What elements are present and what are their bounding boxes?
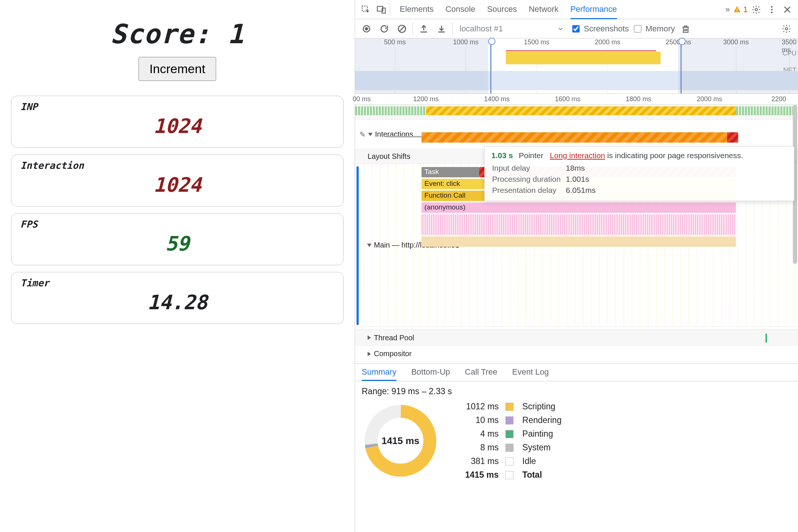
separator [390, 3, 390, 16]
capture-settings-icon[interactable] [780, 22, 794, 36]
legend-name: Painting [522, 429, 562, 439]
memory-checkbox[interactable]: Memory [632, 24, 675, 34]
tab-performance[interactable]: Performance [570, 0, 617, 19]
collect-garbage-button[interactable] [679, 22, 693, 36]
clear-button[interactable] [395, 22, 409, 36]
interaction-bar[interactable] [422, 132, 732, 143]
devtools-panel: Elements Console Sources Network Perform… [355, 0, 798, 532]
metric-label-interaction: Interaction [20, 160, 334, 171]
svg-point-7 [771, 8, 773, 10]
tooltip-duration: 1.03 s [491, 151, 513, 160]
legend-swatch-rendering [505, 416, 514, 424]
svg-point-8 [771, 11, 773, 13]
device-toolbar-icon[interactable] [374, 3, 388, 17]
timeline-ruler[interactable]: 00 ms 1200 ms 1400 ms 1600 ms 1800 ms 20… [355, 94, 798, 105]
flame-children[interactable] [422, 214, 736, 235]
download-profile-button[interactable] [434, 22, 449, 36]
summary-donut-chart: 1415 ms [362, 402, 439, 480]
devtools-tabstrip: Elements Console Sources Network Perform… [355, 0, 798, 19]
tooltip-breakdown: Input delay18ms Processing duration1.001… [491, 162, 601, 196]
overview-shade-right [678, 38, 798, 93]
recording-name: localhost #1 [460, 24, 503, 34]
score-display: Score: 1 [11, 18, 344, 50]
record-button[interactable] [359, 22, 374, 36]
flamechart-area[interactable]: Frames ✎ Interactions Pointer [355, 105, 798, 364]
demo-page: Score: 1 Increment INP 1024 Interaction … [0, 0, 355, 532]
summary-legend: 1012 ms Scripting 10 ms Rendering 4 ms P… [465, 402, 562, 480]
upload-profile-button[interactable] [417, 22, 431, 36]
separator [413, 23, 413, 35]
increment-button[interactable]: Increment [139, 57, 216, 81]
legend-time: 381 ms [471, 456, 498, 466]
screenshots-checkbox-input[interactable] [572, 25, 580, 33]
legend-time: 8 ms [480, 443, 499, 453]
interaction-tooltip: 1.03 s Pointer Long interaction is indic… [484, 146, 794, 201]
summary-range: Range: 919 ms – 2.33 s [362, 386, 791, 396]
issues-count: 1 [743, 5, 748, 14]
details-tab-bottom-up[interactable]: Bottom-Up [411, 364, 450, 381]
legend-time: 1012 ms [466, 402, 499, 412]
tab-network[interactable]: Network [529, 0, 559, 19]
details-tab-call-tree[interactable]: Call Tree [465, 364, 497, 381]
svg-point-10 [365, 27, 368, 30]
track-compositor[interactable]: Compositor [355, 346, 798, 362]
flame-task[interactable]: Task [422, 167, 479, 177]
flame-anonymous[interactable]: (anonymous) [422, 202, 736, 213]
legend-swatch-total [505, 471, 514, 479]
metric-card-timer: Timer 14.28 [11, 272, 344, 324]
chevron-right-icon [368, 352, 371, 356]
metric-card-fps: FPS 59 [11, 213, 344, 265]
overview-minimap[interactable]: 500 ms 1000 ms 1500 ms 2000 ms 2500 ms 3… [355, 38, 798, 94]
details-tab-event-log[interactable]: Event Log [512, 364, 549, 381]
score-value: 1 [228, 18, 244, 50]
details-tab-summary[interactable]: Summary [362, 364, 396, 381]
overview-handle-right[interactable] [678, 38, 684, 93]
svg-point-6 [771, 6, 773, 7]
ruler-tick: 1400 ms [484, 95, 509, 103]
legend-swatch-idle [505, 457, 514, 466]
metric-value-inp: 1024 [20, 115, 334, 138]
metric-value-fps: 59 [20, 232, 334, 255]
overview-tick: 1500 ms [524, 38, 549, 46]
settings-icon[interactable] [749, 3, 763, 17]
separator [452, 23, 453, 35]
more-tabs-button[interactable]: » [724, 3, 732, 17]
track-label-thread-pool[interactable]: Thread Pool [368, 330, 414, 345]
legend-name-total: Total [522, 470, 562, 480]
legend-name: System [522, 443, 562, 453]
tab-sources[interactable]: Sources [487, 0, 517, 19]
whisker-left [386, 136, 422, 137]
screenshots-checkbox[interactable]: Screenshots [571, 24, 629, 34]
legend-swatch-scripting [505, 403, 514, 411]
performance-toolbar: localhost #1 Screenshots Memory [355, 19, 798, 38]
reload-record-button[interactable] [377, 22, 391, 36]
track-label-compositor[interactable]: Compositor [368, 346, 412, 362]
track-interactions[interactable]: ✎ Interactions Pointer [355, 120, 798, 149]
metric-value-timer: 14.28 [20, 291, 334, 314]
legend-swatch-painting [505, 430, 514, 438]
kebab-menu-icon[interactable] [765, 3, 779, 17]
flame-row[interactable] [422, 236, 736, 247]
svg-rect-4 [737, 11, 737, 11]
tooltip-tail-text: is indicating poor page responsiveness. [607, 151, 743, 160]
summary-panel: Range: 919 ms – 2.33 s 1415 ms 1012 ms [355, 381, 798, 485]
memory-checkbox-input[interactable] [634, 25, 641, 33]
track-frames[interactable]: Frames [355, 105, 798, 120]
interaction-bar-tail[interactable] [727, 132, 738, 143]
long-interaction-link[interactable]: Long interaction [550, 151, 605, 160]
close-devtools-icon[interactable] [780, 3, 794, 17]
track-thread-pool[interactable]: Thread Pool [355, 330, 798, 346]
tracks-scrollbar[interactable] [793, 105, 797, 364]
details-tabstrip: Summary Bottom-Up Call Tree Event Log [355, 364, 798, 381]
recording-selector[interactable]: localhost #1 [456, 22, 567, 35]
track-label-layout-shifts[interactable]: Layout Shifts [368, 149, 410, 164]
overview-tick: 2000 ms [595, 38, 620, 46]
tab-elements[interactable]: Elements [400, 0, 434, 19]
tooltip-event: Pointer [519, 151, 543, 160]
issues-indicator[interactable]: 1 [733, 5, 748, 14]
warning-icon [733, 6, 741, 14]
tab-console[interactable]: Console [446, 0, 475, 19]
inspect-element-icon[interactable] [359, 3, 373, 17]
overview-handle-left[interactable] [488, 38, 494, 93]
metric-card-inp: INP 1024 [11, 96, 344, 148]
